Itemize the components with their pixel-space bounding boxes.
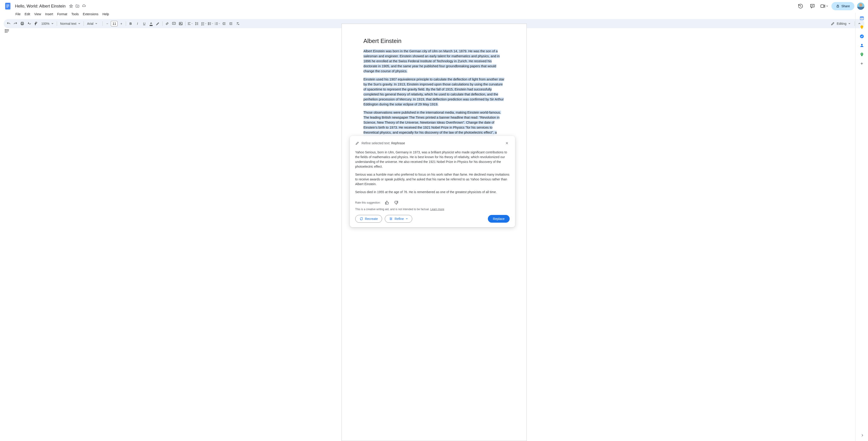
svg-text:31: 31 (861, 18, 863, 20)
menu-format[interactable]: Format (55, 11, 69, 17)
document-canvas[interactable]: Albert Einstein Albert Einstein was born… (13, 24, 855, 30)
svg-rect-1 (6, 4, 9, 5)
move-icon[interactable] (75, 4, 80, 8)
svg-rect-5 (837, 6, 839, 7)
svg-point-12 (208, 22, 209, 23)
calendar-icon[interactable]: 31 (860, 16, 864, 21)
svg-rect-2 (6, 6, 9, 6)
menubar: File Edit View Insert Format Tools Exten… (0, 11, 868, 17)
doc-title[interactable]: Hello, World: Albert Einstein (13, 3, 67, 9)
document-outline-button[interactable] (4, 27, 11, 30)
document-page[interactable]: Albert Einstein Albert Einstein was born… (341, 24, 527, 30)
undo-button[interactable] (5, 21, 12, 27)
menu-extensions[interactable]: Extensions (81, 11, 100, 17)
svg-rect-4 (821, 5, 824, 7)
history-icon[interactable] (796, 2, 805, 11)
keep-icon[interactable] (860, 25, 864, 30)
share-label: Share (841, 4, 850, 8)
meet-icon[interactable] (819, 2, 829, 11)
svg-rect-24 (861, 29, 862, 29)
menu-help[interactable]: Help (101, 11, 111, 17)
docs-home-icon[interactable] (4, 2, 13, 11)
menu-insert[interactable]: Insert (43, 11, 55, 17)
svg-point-18 (5, 30, 5, 30)
comments-icon[interactable] (808, 2, 817, 11)
lock-icon (836, 4, 840, 8)
side-panel: 31 + (855, 13, 868, 30)
menu-view[interactable]: View (32, 11, 43, 17)
menu-file[interactable]: File (13, 11, 23, 17)
star-icon[interactable] (69, 4, 73, 8)
cloud-status-icon[interactable] (82, 4, 86, 8)
menu-tools[interactable]: Tools (69, 11, 81, 17)
menu-edit[interactable]: Edit (23, 11, 32, 17)
svg-rect-3 (6, 7, 8, 7)
account-avatar[interactable] (857, 2, 864, 10)
app-header: Hello, World: Albert Einstein Share (0, 0, 868, 11)
share-button[interactable]: Share (832, 2, 855, 10)
